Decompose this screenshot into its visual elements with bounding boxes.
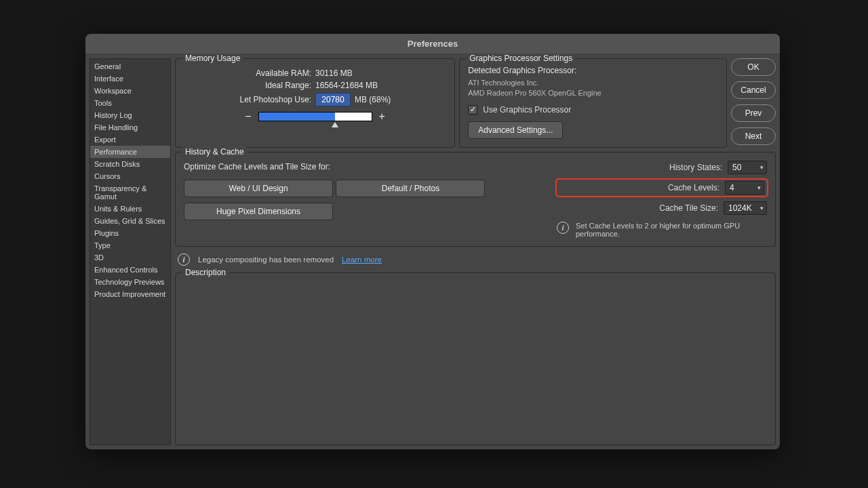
description-group: Description: [175, 272, 776, 445]
info-icon: i: [557, 222, 569, 234]
history-states-select[interactable]: 50▾: [728, 161, 767, 174]
learn-more-link[interactable]: Learn more: [342, 256, 382, 264]
advanced-settings-button[interactable]: Advanced Settings...: [468, 121, 563, 139]
chevron-down-icon: ▾: [760, 164, 764, 171]
cache-info-text: Set Cache Levels to 2 or higher for opti…: [576, 222, 767, 238]
history-cache-title: History & Cache: [182, 147, 247, 157]
memory-usage-title: Memory Usage: [182, 54, 243, 63]
ideal-range-label: Ideal Range:: [184, 81, 311, 90]
sidebar-item-scratch-disks[interactable]: Scratch Disks: [90, 158, 170, 170]
cancel-button[interactable]: Cancel: [731, 81, 776, 99]
next-button[interactable]: Next: [731, 127, 776, 145]
sidebar-item-3d[interactable]: 3D: [90, 251, 170, 264]
window-title: Preferences: [408, 39, 458, 49]
sidebar-item-units-rulers[interactable]: Units & Rulers: [90, 203, 170, 215]
optimize-label: Optimize Cache Levels and Tile Size for:: [184, 162, 543, 171]
sidebar-item-interface[interactable]: Interface: [90, 73, 170, 85]
category-sidebar: GeneralInterfaceWorkspaceToolsHistory Lo…: [90, 58, 171, 445]
sidebar-item-tools[interactable]: Tools: [90, 97, 170, 109]
sidebar-item-plugins[interactable]: Plugins: [90, 227, 170, 239]
prev-button[interactable]: Prev: [731, 104, 776, 122]
cache-tile-select[interactable]: 1024K▾: [724, 201, 767, 215]
sidebar-item-history-log[interactable]: History Log: [90, 109, 170, 121]
history-cache-group: History & Cache Optimize Cache Levels an…: [175, 152, 776, 247]
detected-gpu-label: Detected Graphics Processor:: [468, 66, 718, 75]
cache-presets: Optimize Cache Levels and Tile Size for:…: [184, 159, 543, 238]
gpu-settings-title: Graphics Processor Settings: [467, 54, 575, 63]
gpu-device: AMD Radeon Pro 560X OpenGL Engine: [468, 88, 718, 98]
sidebar-item-enhanced-controls[interactable]: Enhanced Controls: [90, 264, 170, 276]
ideal-range-value: 16564-21684 MB: [315, 81, 378, 90]
slider-decrease-icon[interactable]: −: [245, 110, 251, 123]
preset-huge-button[interactable]: Huge Pixel Dimensions: [184, 203, 333, 220]
ok-button[interactable]: OK: [731, 58, 776, 76]
sidebar-item-guides-grid-slices[interactable]: Guides, Grid & Slices: [90, 215, 170, 227]
dialog-actions: OK Cancel Prev Next: [731, 58, 776, 148]
sidebar-item-workspace[interactable]: Workspace: [90, 85, 170, 97]
memory-slider[interactable]: [258, 112, 372, 121]
cache-tile-label: Cache Tile Size:: [659, 203, 718, 213]
chevron-down-icon: ▾: [760, 205, 764, 211]
main-panel: Memory Usage Available RAM:30116 MB Idea…: [175, 58, 776, 445]
sidebar-item-general[interactable]: General: [90, 60, 170, 73]
cache-levels-highlight: Cache Levels: 4▾: [557, 180, 767, 196]
legacy-notice: i Legacy compositing has been removed Le…: [175, 251, 776, 268]
let-use-label: Let Photoshop Use:: [184, 95, 311, 104]
description-title: Description: [182, 268, 229, 277]
available-ram-value: 30116 MB: [315, 68, 353, 78]
top-row: Memory Usage Available RAM:30116 MB Idea…: [175, 58, 776, 148]
sidebar-item-export[interactable]: Export: [90, 134, 170, 146]
memory-input[interactable]: [315, 93, 351, 106]
sidebar-item-technology-previews[interactable]: Technology Previews: [90, 276, 170, 288]
cache-levels-label: Cache Levels:: [668, 183, 719, 192]
gpu-settings-group: Graphics Processor Settings Detected Gra…: [459, 58, 727, 148]
preferences-window: Preferences GeneralInterfaceWorkspaceToo…: [85, 34, 780, 449]
cache-levels-select[interactable]: 4▾: [725, 181, 764, 195]
sidebar-item-product-improvement[interactable]: Product Improvement: [90, 288, 170, 300]
cache-values: History States: 50▾ Cache Levels: 4▾ Cac…: [557, 159, 767, 238]
memory-suffix: MB (68%): [355, 95, 391, 104]
sidebar-item-file-handling[interactable]: File Handling: [90, 121, 170, 134]
sidebar-item-cursors[interactable]: Cursors: [90, 170, 170, 182]
memory-usage-group: Memory Usage Available RAM:30116 MB Idea…: [175, 58, 455, 148]
memory-slider-thumb[interactable]: [332, 122, 338, 127]
chevron-down-icon: ▾: [757, 184, 761, 191]
preset-web-ui-button[interactable]: Web / UI Design: [184, 180, 333, 197]
sidebar-item-transparency-gamut[interactable]: Transparency & Gamut: [90, 182, 170, 203]
use-gpu-label: Use Graphics Processor: [483, 105, 571, 115]
memory-slider-fill: [259, 113, 336, 121]
window-body: GeneralInterfaceWorkspaceToolsHistory Lo…: [85, 54, 780, 449]
info-icon: i: [178, 253, 190, 266]
legacy-text: Legacy compositing has been removed: [198, 256, 334, 264]
sidebar-item-type[interactable]: Type: [90, 239, 170, 251]
slider-increase-icon[interactable]: +: [379, 110, 385, 123]
preset-default-button[interactable]: Default / Photos: [336, 180, 485, 197]
available-ram-label: Available RAM:: [184, 68, 311, 78]
window-titlebar: Preferences: [85, 34, 780, 54]
use-gpu-checkbox[interactable]: ✓: [468, 105, 477, 115]
gpu-vendor: ATI Technologies Inc.: [468, 78, 718, 88]
history-states-label: History States:: [669, 163, 722, 172]
sidebar-item-performance[interactable]: Performance: [90, 146, 170, 158]
